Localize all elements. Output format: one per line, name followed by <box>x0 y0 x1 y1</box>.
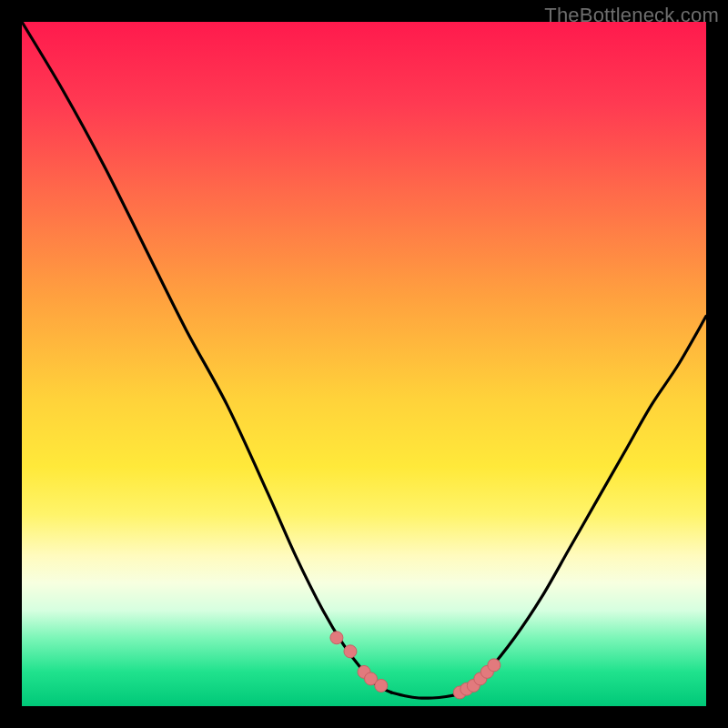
marker-group-right <box>453 659 500 699</box>
marker-group-left <box>330 632 388 693</box>
chart-frame: TheBottleneck.com <box>0 0 728 728</box>
curve-path-left <box>22 22 391 693</box>
data-marker <box>488 659 500 672</box>
plot-area <box>22 22 706 706</box>
data-marker <box>330 632 343 644</box>
data-marker <box>344 645 357 658</box>
curve-path-right <box>467 316 706 691</box>
curve-layer <box>22 22 706 706</box>
data-marker <box>375 679 388 692</box>
